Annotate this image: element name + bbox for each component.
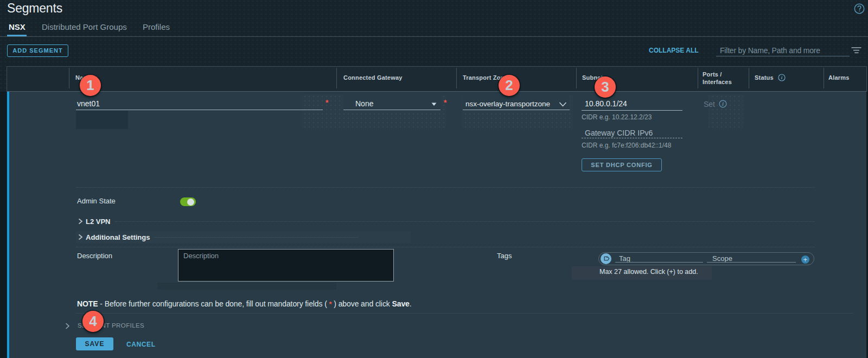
svg-text:i: i [722,101,724,107]
